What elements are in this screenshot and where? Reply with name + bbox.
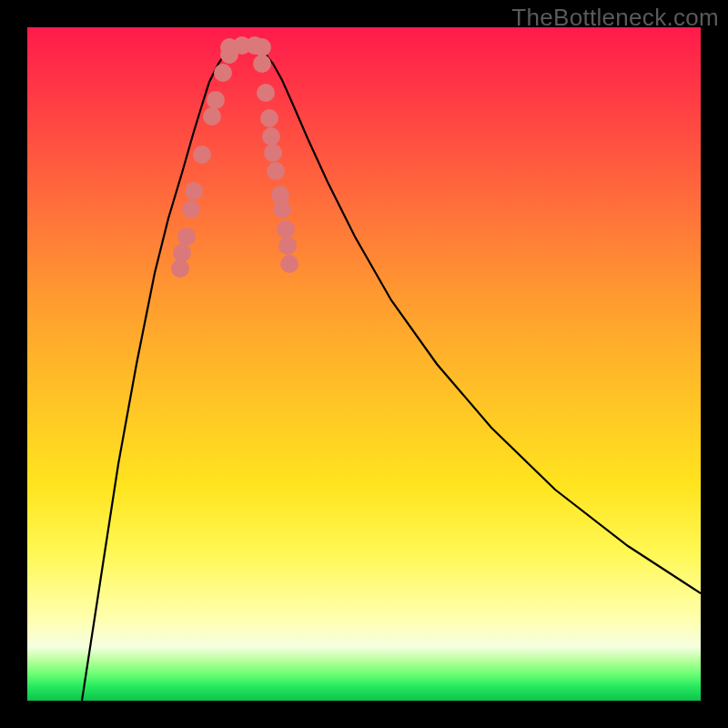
curve-left xyxy=(82,47,232,701)
marker-right-5 xyxy=(267,162,285,180)
plot-area xyxy=(27,27,701,701)
marker-left-6 xyxy=(203,107,221,126)
marker-left-4 xyxy=(185,182,203,200)
marker-left-8 xyxy=(214,64,232,82)
marker-right-1 xyxy=(278,237,297,255)
marker-left-5 xyxy=(193,146,211,164)
markers-group xyxy=(171,36,298,278)
marker-left-1 xyxy=(173,244,191,262)
curve-right xyxy=(259,47,701,593)
marker-right-6 xyxy=(264,144,282,162)
marker-left-2 xyxy=(177,228,196,246)
marker-right-9 xyxy=(257,84,275,102)
chart-svg xyxy=(27,27,701,701)
chart-root: TheBottleneck.com xyxy=(0,0,728,728)
marker-left-0 xyxy=(171,259,189,278)
marker-right-0 xyxy=(280,255,298,273)
marker-bottom-3 xyxy=(253,38,271,56)
marker-right-8 xyxy=(260,109,278,127)
watermark-text: TheBottleneck.com xyxy=(511,4,719,32)
marker-left-7 xyxy=(207,91,225,109)
marker-right-7 xyxy=(262,127,280,146)
marker-right-2 xyxy=(277,220,295,238)
marker-right-10 xyxy=(253,55,271,73)
marker-left-3 xyxy=(182,200,200,218)
marker-right-4 xyxy=(271,186,289,204)
curve-group xyxy=(82,46,701,701)
